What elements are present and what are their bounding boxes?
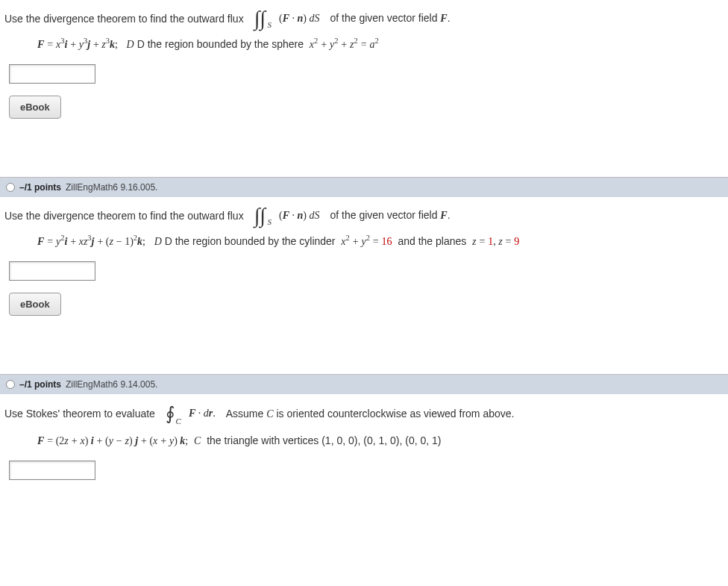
- q1-region-text: D the region bounded by the sphere: [137, 38, 304, 50]
- double-integral-icon: ∫∫S: [254, 9, 266, 28]
- points-label: –/1 points: [19, 182, 61, 193]
- q2-integrand: (F · n) dS: [279, 210, 319, 222]
- question-ref: ZillEngMath6 9.14.005.: [66, 379, 157, 390]
- question-3: Use Stokes' theorem to evaluate ∮C F · d…: [0, 394, 728, 498]
- q2-formula: F = y2i + xz3j + (z − 1)2k; D D the regi…: [0, 228, 728, 258]
- q3-region-text: the triangle with vertices (1, 0, 0), (0…: [207, 434, 441, 446]
- q2-answer-input[interactable]: [9, 261, 95, 281]
- question-1: Use the divergence theorem to find the o…: [0, 0, 728, 140]
- q3-prompt-text-c: Assume C is oriented counterclockwise as…: [226, 408, 515, 420]
- q1-prompt: Use the divergence theorem to find the o…: [0, 6, 728, 31]
- q2-region-b: and the planes: [398, 235, 466, 247]
- status-circle-icon: [6, 380, 15, 389]
- question-2: Use the divergence theorem to find the o…: [0, 197, 728, 337]
- q1-prompt-text-c: of the given vector field F.: [330, 12, 450, 25]
- q1-formula: F = x3i + y3j + z3k; D D the region boun…: [0, 31, 728, 61]
- q3-answer-input[interactable]: [9, 461, 95, 480]
- q2-region-text: D the region bounded by the cylinder: [165, 235, 336, 247]
- question-ref: ZillEngMath6 9.16.005.: [66, 182, 157, 193]
- double-integral-icon: ∫∫S: [254, 206, 266, 225]
- points-label: –/1 points: [19, 379, 61, 390]
- question-header-bar-3: –/1 points ZillEngMath6 9.14.005.: [0, 374, 728, 394]
- contour-integral-icon: ∮C: [166, 403, 175, 424]
- q2-prompt-text-a: Use the divergence theorem to find the o…: [4, 210, 244, 222]
- q3-prompt-text-a: Use Stokes' theorem to evaluate: [4, 408, 155, 420]
- q1-integrand: (F · n) dS: [279, 13, 319, 25]
- q2-prompt: Use the divergence theorem to find the o…: [0, 203, 728, 228]
- q3-formula: F = (2z + x) i + (y − z) j + (x + y) k; …: [0, 427, 728, 458]
- q3-integrand: F · dr.: [189, 408, 216, 420]
- q1-answer-input[interactable]: [9, 64, 95, 84]
- ebook-button[interactable]: eBook: [9, 293, 61, 316]
- status-circle-icon: [6, 183, 15, 192]
- question-header-bar-2: –/1 points ZillEngMath6 9.16.005.: [0, 177, 728, 197]
- q2-prompt-text-c: of the given vector field F.: [330, 209, 450, 222]
- ebook-button[interactable]: eBook: [9, 96, 61, 119]
- q3-prompt: Use Stokes' theorem to evaluate ∮C F · d…: [0, 400, 728, 427]
- q1-prompt-text-a: Use the divergence theorem to find the o…: [4, 13, 244, 25]
